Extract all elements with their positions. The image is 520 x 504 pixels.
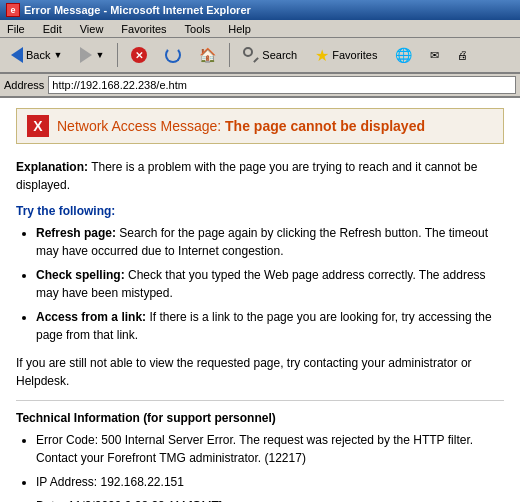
favorites-button[interactable]: ★ Favorites <box>308 41 384 69</box>
address-label: Address <box>4 79 44 91</box>
explanation: Explanation: There is a problem with the… <box>16 158 504 194</box>
search-label: Search <box>262 49 297 61</box>
print-button[interactable]: 🖨 <box>450 41 475 69</box>
divider <box>16 400 504 401</box>
address-bar: Address <box>0 74 520 98</box>
content-area: X Network Access Message: The page canno… <box>0 98 520 502</box>
search-button[interactable]: Search <box>236 41 304 69</box>
star-icon: ★ <box>315 46 329 65</box>
menu-edit[interactable]: Edit <box>40 22 65 36</box>
menu-bar: File Edit View Favorites Tools Help <box>0 20 520 38</box>
media-button[interactable]: 🌐 <box>388 41 419 69</box>
mail-icon: ✉ <box>430 49 439 62</box>
list-item: Check spelling: Check that you typed the… <box>36 266 504 302</box>
bullet-label-0: Refresh page: <box>36 226 116 240</box>
tech-list: Error Code: 500 Internal Server Error. T… <box>36 431 504 502</box>
back-dropdown-icon: ▼ <box>53 50 62 60</box>
forward-dropdown-icon: ▼ <box>95 50 104 60</box>
error-title-main: The page cannot be displayed <box>221 118 425 134</box>
refresh-icon <box>165 47 181 63</box>
error-header: X Network Access Message: The page canno… <box>16 108 504 144</box>
home-icon: 🏠 <box>199 47 216 63</box>
back-label: Back <box>26 49 50 61</box>
menu-favorites[interactable]: Favorites <box>118 22 169 36</box>
menu-file[interactable]: File <box>4 22 28 36</box>
tech-heading: Technical Information (for support perso… <box>16 411 504 425</box>
list-item: Access from a link: If there is a link t… <box>36 308 504 344</box>
title-bar: e Error Message - Microsoft Internet Exp… <box>0 0 520 20</box>
back-button[interactable]: Back ▼ <box>4 41 69 69</box>
error-x-icon: X <box>27 115 49 137</box>
address-input[interactable] <box>48 76 516 94</box>
separator-1 <box>117 43 118 67</box>
tech-item-0: Error Code: 500 Internal Server Error. T… <box>36 433 473 465</box>
separator-2 <box>229 43 230 67</box>
print-icon: 🖨 <box>457 49 468 61</box>
contact-text: If you are still not able to view the re… <box>16 354 504 390</box>
search-icon <box>243 47 259 63</box>
toolbar: Back ▼ ▼ ✕ 🏠 Search ★ Favorites 🌐 ✉ 🖨 <box>0 38 520 74</box>
window-title: Error Message - Microsoft Internet Explo… <box>24 4 251 16</box>
refresh-button[interactable] <box>158 41 188 69</box>
bullet-label-2: Access from a link: <box>36 310 146 324</box>
forward-arrow-icon <box>80 47 92 63</box>
media-icon: 🌐 <box>395 47 412 63</box>
tech-item-1: IP Address: 192.168.22.151 <box>36 475 184 489</box>
stop-button[interactable]: ✕ <box>124 41 154 69</box>
mail-button[interactable]: ✉ <box>423 41 446 69</box>
error-title-prefix: Network Access Message: <box>57 118 221 134</box>
menu-tools[interactable]: Tools <box>182 22 214 36</box>
try-list: Refresh page: Search for the page again … <box>36 224 504 344</box>
bullet-label-1: Check spelling: <box>36 268 125 282</box>
favorites-label: Favorites <box>332 49 377 61</box>
back-arrow-icon <box>11 47 23 63</box>
explanation-label: Explanation: <box>16 160 88 174</box>
list-item: Refresh page: Search for the page again … <box>36 224 504 260</box>
stop-icon: ✕ <box>131 47 147 63</box>
list-item: Error Code: 500 Internal Server Error. T… <box>36 431 504 467</box>
menu-view[interactable]: View <box>77 22 107 36</box>
menu-help[interactable]: Help <box>225 22 254 36</box>
error-title: Network Access Message: The page cannot … <box>57 118 425 134</box>
forward-button[interactable]: ▼ <box>73 41 111 69</box>
tech-item-2: Date: 11/3/2009 9:38:38 AM [GMT] <box>36 499 222 502</box>
try-heading: Try the following: <box>16 204 504 218</box>
home-button[interactable]: 🏠 <box>192 41 223 69</box>
list-item: IP Address: 192.168.22.151 <box>36 473 504 491</box>
ie-icon: e <box>6 3 20 17</box>
list-item: Date: 11/3/2009 9:38:38 AM [GMT] <box>36 497 504 502</box>
